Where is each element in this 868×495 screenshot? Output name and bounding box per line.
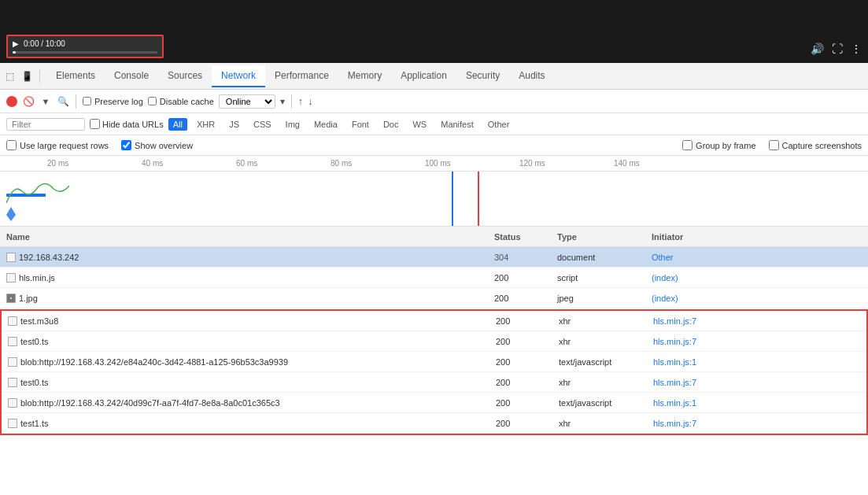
device-icon[interactable]: 📱	[20, 70, 33, 83]
filter-media[interactable]: Media	[309, 118, 342, 131]
filter-bar: Hide data URLs All XHR JS CSS Img Media …	[0, 113, 868, 135]
table-row[interactable]: blob:http://192.168.43.242/40d99c7f-aa7f…	[2, 393, 866, 413]
network-toolbar: 🚫 ▼ 🔍 Preserve log Disable cache Online …	[0, 90, 868, 113]
cell-name-2: ▪ 1.jpg	[0, 294, 488, 303]
cell-type-3: xhr	[552, 316, 647, 326]
clear-button[interactable]: 🚫	[22, 95, 35, 108]
row-icon-0	[6, 253, 16, 262]
table-row[interactable]: test1.ts 200 xhr hls.min.js:7	[2, 413, 866, 434]
preserve-log-label[interactable]: Preserve log	[83, 97, 143, 106]
table-row[interactable]: test0.ts 200 xhr hls.min.js:7	[2, 372, 866, 393]
hide-data-urls-label[interactable]: Hide data URLs	[90, 119, 164, 129]
tab-memory[interactable]: Memory	[338, 65, 391, 87]
filter-doc[interactable]: Doc	[379, 118, 404, 131]
row-name-1: hls.min.js	[19, 273, 55, 283]
highlighted-group: test.m3u8 200 xhr hls.min.js:7 test0.ts …	[0, 309, 868, 435]
cell-status-7: 200	[489, 398, 552, 408]
cell-initiator-8[interactable]: hls.min.js:7	[647, 419, 866, 428]
preserve-log-checkbox[interactable]	[83, 97, 91, 105]
inspect-icon[interactable]: ⬚	[3, 70, 16, 83]
cell-initiator-6[interactable]: hls.min.js:7	[647, 378, 866, 387]
cell-initiator-4[interactable]: hls.min.js:7	[647, 337, 866, 346]
show-overview-checkbox[interactable]	[121, 140, 131, 150]
filter-all[interactable]: All	[168, 118, 187, 131]
filter-ws[interactable]: WS	[408, 118, 431, 131]
timeline-overview-graph	[6, 179, 69, 209]
row-icon-7	[8, 398, 17, 408]
group-by-frame-checkbox[interactable]	[682, 140, 693, 150]
disable-cache-checkbox[interactable]	[148, 97, 157, 105]
tab-console[interactable]: Console	[105, 65, 158, 87]
network-table: Name Status Type Initiator 192.168.43.24…	[0, 227, 868, 495]
options-bar: Use large request rows Show overview Gro…	[0, 135, 868, 156]
cell-initiator-2[interactable]: (index)	[645, 294, 868, 303]
play-button[interactable]: ▶	[13, 39, 19, 48]
import-icon[interactable]: ↑	[298, 95, 304, 107]
cell-status-0: 304	[488, 253, 551, 262]
video-progress-bar[interactable]	[13, 51, 157, 54]
filter-js[interactable]: JS	[224, 118, 244, 131]
row-name-5: blob:http://192.168.43.242/e84a240c-3d42…	[20, 357, 288, 367]
filter-xhr[interactable]: XHR	[192, 118, 220, 131]
table-row[interactable]: blob:http://192.168.43.242/e84a240c-3d42…	[2, 352, 866, 372]
cell-initiator-7[interactable]: hls.min.js:1	[647, 398, 866, 408]
group-by-frame-label[interactable]: Group by frame	[682, 140, 755, 150]
video-progress-fill	[13, 51, 16, 54]
header-status: Status	[488, 232, 551, 242]
cell-initiator-1[interactable]: (index)	[645, 273, 868, 283]
table-row[interactable]: 192.168.43.242 304 document Other	[0, 247, 868, 268]
cell-name-1: hls.min.js	[0, 273, 488, 283]
fullscreen-icon[interactable]: ⛶	[832, 42, 843, 55]
large-rows-label[interactable]: Use large request rows	[6, 140, 109, 150]
table-row[interactable]: test0.ts 200 xhr hls.min.js:7	[2, 331, 866, 352]
filter-font[interactable]: Font	[347, 118, 374, 131]
row-icon-5	[8, 357, 17, 367]
cell-type-6: xhr	[552, 378, 647, 387]
row-icon-1	[6, 273, 16, 283]
row-name-3: test.m3u8	[20, 316, 58, 326]
row-name-2: 1.jpg	[19, 294, 38, 303]
tab-elements[interactable]: Elements	[46, 65, 105, 87]
throttle-select[interactable]: Online Offline Slow 3G	[219, 94, 275, 109]
filter-css[interactable]: CSS	[249, 118, 276, 131]
cell-initiator-0[interactable]: Other	[645, 253, 868, 262]
row-icon-6	[8, 378, 17, 387]
cell-initiator-5[interactable]: hls.min.js:1	[647, 357, 866, 367]
large-rows-text: Use large request rows	[20, 141, 109, 150]
table-row[interactable]: hls.min.js 200 script (index)	[0, 268, 868, 288]
more-icon[interactable]: ⋮	[851, 42, 862, 55]
row-icon-3	[8, 316, 17, 326]
row-icon-4	[8, 337, 17, 346]
filter-manifest[interactable]: Manifest	[436, 118, 478, 131]
table-row[interactable]: ▪ 1.jpg 200 jpeg (index)	[0, 288, 868, 308]
disable-cache-label[interactable]: Disable cache	[148, 97, 214, 106]
row-name-8: test1.ts	[20, 419, 48, 428]
cell-initiator-3[interactable]: hls.min.js:7	[647, 316, 866, 326]
filter-icon[interactable]: ▼	[39, 95, 52, 108]
export-icon[interactable]: ↓	[308, 95, 313, 107]
tab-audits[interactable]: Audits	[509, 65, 554, 87]
capture-screenshots-checkbox[interactable]	[769, 140, 779, 150]
devtools-panel: ⬚ 📱 Elements Console Sources Network Per…	[0, 63, 868, 495]
search-icon[interactable]: 🔍	[57, 95, 69, 108]
table-header: Name Status Type Initiator	[0, 227, 868, 247]
tab-sources[interactable]: Sources	[158, 65, 212, 87]
tab-network[interactable]: Network	[212, 65, 265, 87]
preserve-log-text: Preserve log	[94, 97, 143, 106]
tab-security[interactable]: Security	[456, 65, 509, 87]
filter-input[interactable]	[6, 118, 85, 131]
timeline-cursor-marker	[6, 207, 16, 223]
hide-data-urls-checkbox[interactable]	[90, 119, 100, 129]
tab-application[interactable]: Application	[391, 65, 456, 87]
volume-icon[interactable]: 🔊	[811, 42, 824, 55]
show-overview-label[interactable]: Show overview	[121, 140, 193, 150]
hide-data-urls-text: Hide data URLs	[102, 120, 164, 129]
capture-screenshots-label[interactable]: Capture screenshots	[769, 140, 862, 150]
record-button[interactable]	[6, 96, 17, 107]
large-rows-checkbox[interactable]	[6, 140, 17, 150]
filter-other[interactable]: Other	[483, 118, 515, 131]
tab-performance[interactable]: Performance	[265, 65, 338, 87]
table-row[interactable]: test.m3u8 200 xhr hls.min.js:7	[2, 311, 866, 331]
filter-img[interactable]: Img	[281, 118, 305, 131]
row-name-7: blob:http://192.168.43.242/40d99c7f-aa7f…	[20, 398, 280, 408]
